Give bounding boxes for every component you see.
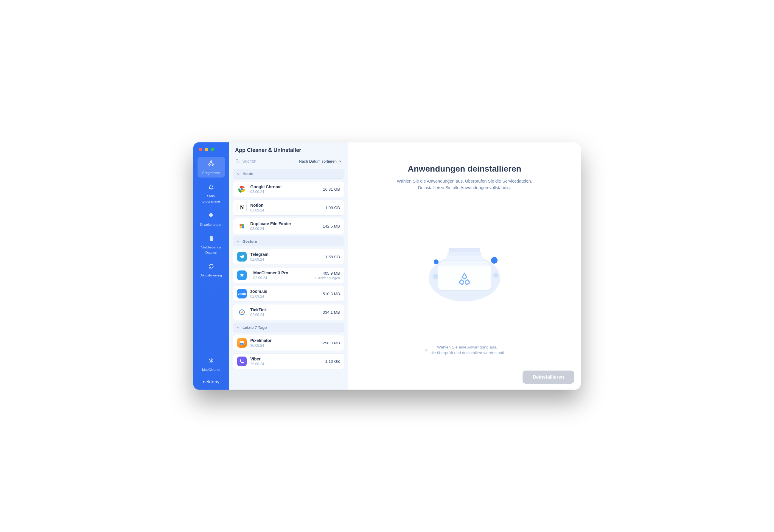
sidebar-label: Verbleibende Dateien (201, 245, 221, 254)
app-row[interactable]: zoomzoom.us02.09.24510,3 MB (233, 286, 344, 302)
svg-rect-16 (447, 252, 481, 256)
sort-dropdown[interactable]: Nach Datum sortieren (299, 159, 342, 164)
app-row[interactable]: Viber29.08.241,13 GB (233, 353, 344, 369)
sidebar-item-extensions[interactable]: Erweiterungen (198, 209, 225, 229)
app-name: MacCleaner 3 Pro (253, 270, 315, 275)
svg-point-14 (493, 273, 498, 278)
svg-point-6 (240, 226, 242, 228)
app-date: 03.09.24 (250, 208, 325, 212)
app-date: 02.09.24 (250, 294, 323, 298)
svg-point-11 (434, 259, 439, 264)
app-row[interactable]: Telegram02.09.241,58 GB (233, 249, 344, 265)
zoom-app-icon: zoom (237, 289, 247, 298)
file-icon (199, 235, 224, 242)
svg-point-3 (241, 188, 243, 190)
app-row[interactable]: TickTick02.09.24334,1 MB (233, 304, 344, 320)
pixel-app-icon (237, 338, 247, 348)
sidebar-item-startup[interactable]: Start- programme (198, 181, 225, 206)
hint-text: Wählen Sie eine Anwendung aus, die überp… (425, 344, 504, 356)
chevron-down-icon (338, 159, 342, 163)
search-input[interactable] (242, 159, 296, 164)
chevron-down-icon (237, 326, 240, 329)
app-date: 03.09.24 (250, 227, 323, 231)
app-name: Notion (250, 203, 325, 208)
app-size: 510,3 MB (323, 292, 340, 296)
puzzle-icon (199, 212, 224, 220)
app-list-scroll[interactable]: HeuteGoogle Chrome03.09.2416,31 GBNNotio… (229, 167, 348, 390)
app-name: Telegram (250, 252, 325, 257)
svg-point-13 (433, 274, 438, 279)
mac-app-icon (237, 270, 247, 280)
group-header[interactable]: Heute (233, 169, 344, 179)
app-date: 03.09.24 (250, 190, 323, 194)
app-name: Viber (250, 357, 325, 361)
app-size: 1,13 GB (325, 359, 340, 364)
app-window: Programme Start- programme Erweiterungen… (193, 142, 581, 390)
viber-app-icon (237, 357, 247, 366)
svg-point-5 (242, 224, 244, 226)
tick-app-icon (237, 307, 247, 317)
sidebar-item-maccleaner[interactable]: MacCleaner (198, 355, 225, 374)
dff-app-icon (237, 221, 247, 231)
app-date: 02.09.24 (250, 257, 325, 262)
window-controls (193, 148, 229, 157)
app-list-panel: App Cleaner & Uninstaller Nach Datum sor… (229, 142, 348, 390)
app-name: Pixelmator (250, 338, 323, 343)
uninstall-button[interactable]: Deinstallieren (523, 371, 574, 384)
app-subcount: 6 Anwendungen (315, 276, 340, 280)
app-date: 02.09.24 (253, 276, 315, 280)
app-row[interactable]: Pixelmator30.08.24258,3 MB (233, 335, 344, 351)
svg-rect-17 (446, 256, 483, 260)
detail-card: Anwendungen deinstallieren Wählen Sie di… (355, 148, 574, 365)
minimize-window-button[interactable] (205, 148, 208, 151)
detail-desc-line: Wählen Sie die Anwendungen aus. Überprüf… (397, 179, 532, 183)
app-name: Google Chrome (250, 184, 323, 189)
svg-point-7 (242, 226, 244, 228)
app-date: 30.08.24 (250, 343, 323, 348)
sidebar-label: Aktualisierung (201, 273, 222, 277)
group-header[interactable]: Gestern (233, 237, 344, 246)
app-row[interactable]: ›MacCleaner 3 Pro02.09.24405,9 MB6 Anwen… (233, 267, 344, 283)
app-size: 258,3 MB (323, 341, 340, 345)
telegram-app-icon (237, 252, 247, 262)
chevron-right-icon[interactable]: › (248, 273, 250, 277)
app-name: Duplicate File Finder (250, 221, 323, 226)
detail-title: Anwendungen deinstallieren (408, 164, 521, 174)
apps-icon (199, 160, 224, 168)
sidebar-item-remaining-files[interactable]: Verbleibende Dateien (198, 232, 225, 257)
svg-point-12 (491, 257, 498, 264)
detail-panel: Anwendungen deinstallieren Wählen Sie di… (348, 142, 581, 390)
close-window-button[interactable] (199, 148, 202, 151)
notion-app-icon: N (237, 203, 247, 212)
sort-label: Nach Datum sortieren (299, 159, 337, 164)
app-size: 1,09 GB (325, 206, 340, 210)
chrome-app-icon (237, 184, 247, 194)
group-label: Heute (243, 172, 253, 176)
svg-point-0 (236, 160, 238, 162)
group-label: Gestern (243, 239, 257, 244)
app-size: 405,9 MB (315, 271, 340, 276)
group-header[interactable]: Letzte 7 Tage (233, 323, 344, 332)
svg-rect-15 (449, 248, 480, 252)
app-row[interactable]: NNotion03.09.241,09 GB (233, 200, 344, 216)
app-name: zoom.us (250, 289, 323, 294)
app-size: 1,58 GB (325, 255, 340, 259)
detail-desc-line: Deinstallieren Sie alle Anwendungen voll… (418, 185, 511, 190)
app-row[interactable]: Duplicate File Finder03.09.24142,5 MB (233, 218, 344, 234)
sidebar-item-programs[interactable]: Programme (198, 157, 225, 178)
sidebar-nav: Programme Start- programme Erweiterungen… (193, 157, 229, 280)
app-row[interactable]: Google Chrome03.09.2416,31 GB (233, 181, 344, 197)
app-title: App Cleaner & Uninstaller (235, 147, 342, 153)
chevron-down-icon (237, 240, 240, 243)
search-field[interactable] (235, 159, 296, 164)
snowflake-icon (199, 358, 224, 365)
chevron-down-icon (237, 172, 240, 176)
sidebar-item-update[interactable]: Aktualisierung (198, 260, 225, 280)
detail-description: Wählen Sie die Anwendungen aus. Überprüf… (397, 178, 532, 191)
app-size: 334,1 MB (323, 310, 340, 315)
empty-state-illustration (424, 234, 505, 302)
refresh-icon (199, 263, 224, 270)
app-date: 29.08.24 (250, 362, 325, 366)
maximize-window-button[interactable] (211, 148, 214, 151)
brand-logo: nektony (203, 377, 220, 385)
